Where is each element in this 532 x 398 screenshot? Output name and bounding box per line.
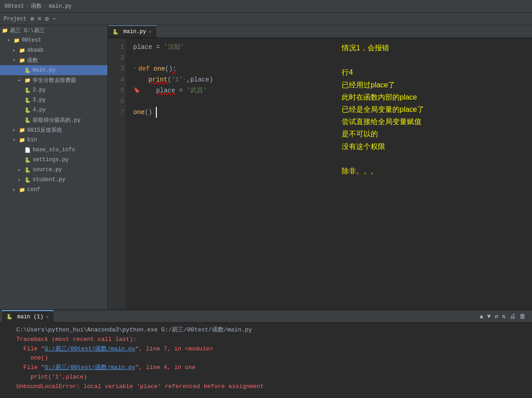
line-number: 5 <box>108 85 124 96</box>
sort-icon[interactable]: ⇅ <box>501 312 507 321</box>
console-link[interactable]: G:/易三/00test/函数/main.py <box>44 345 135 352</box>
sync-icon[interactable]: ⊕ <box>30 15 34 23</box>
scroll-down-icon[interactable]: ▼ <box>486 312 492 321</box>
sidebar-item-label: 00test <box>22 37 41 43</box>
bottom-controls: ▲ ▼ ⇄ ⇅ 🖨 🗑 <box>479 312 530 321</box>
py-icon: 🐍 <box>24 177 31 183</box>
folder-icon: 📁 <box>19 137 25 143</box>
sidebar-item-0815[interactable]: 📁 0815反馈系统 <box>0 125 107 135</box>
sidebar-item-conf[interactable]: 📁 conf <box>0 185 107 195</box>
py-icon: 🐍 <box>24 167 31 173</box>
console-line: Traceback (most recent call last): <box>16 335 527 345</box>
sidebar-item-4py[interactable]: 🐍 4.py <box>0 105 107 115</box>
line-numbers: 1 2 3 4 5 6 7 <box>108 38 126 310</box>
code-line-3: ▾ def one ( ) : <box>133 63 532 74</box>
console-output: C:\Users\python_hui\Anaconda3\python.exe… <box>0 323 532 398</box>
sidebar-item-label: settings.py <box>33 157 68 163</box>
file-icon: 📄 <box>24 147 31 153</box>
list-icon[interactable]: ≡ <box>38 15 41 23</box>
print-icon[interactable]: 🖨 <box>508 312 517 321</box>
settings-icon[interactable]: ⚙ <box>45 15 48 23</box>
sidebar-item-student[interactable]: 🐍 student.py <box>0 175 107 185</box>
console-link[interactable]: G:/易三/00test/函数/main.py <box>44 364 135 371</box>
folder-icon: 📁 <box>2 28 8 34</box>
project-label: Project <box>4 16 26 22</box>
code-editor: 1 2 3 4 5 6 7 place = '汉阳' ▾ <box>108 38 532 310</box>
wrap-icon[interactable]: ⇄ <box>493 312 499 321</box>
line-number: 1 <box>108 42 124 53</box>
breadcrumb-item[interactable]: 函数 <box>31 2 42 10</box>
sidebar-root: 📁 易三 G:\易三 <box>0 25 107 35</box>
arrow-icon <box>13 127 18 133</box>
py-icon: 🐍 <box>24 87 31 93</box>
breadcrumb-item[interactable]: main.py <box>49 3 72 10</box>
folder-icon: 📁 <box>19 187 25 193</box>
console-line: one() <box>16 354 527 363</box>
code-content[interactable]: place = '汉阳' ▾ def one ( ) : <box>126 38 532 310</box>
sidebar-item-bin[interactable]: 📁 bin <box>0 135 107 145</box>
scroll-up-icon[interactable]: ▲ <box>479 312 484 321</box>
line-number: 7 <box>108 107 124 118</box>
sidebar-item-label: 获取得分最高的.py <box>33 116 81 124</box>
folder-icon: 📁 <box>19 48 25 53</box>
sidebar-item-label: main.py <box>33 67 55 73</box>
breadcrumb-sep: › <box>26 3 29 10</box>
arrow-icon <box>13 48 18 53</box>
tab-close-button[interactable]: ✕ <box>46 314 49 320</box>
sidebar-item-00test[interactable]: 📁 00test <box>0 35 107 45</box>
sidebar-item-label: 函数 <box>27 57 38 64</box>
line-number: 4 <box>108 74 124 85</box>
sidebar-item-label: abaab <box>27 47 44 53</box>
arrow-icon <box>18 167 24 173</box>
bottom-tab-bar: 🐍 main (1) ✕ ▲ ▼ ⇄ ⇅ 🖨 🗑 <box>0 310 532 323</box>
sidebar-item-学生分数[interactable]: 📁 学生分数去除费题 <box>0 75 107 85</box>
trash-icon[interactable]: 🗑 <box>518 312 527 321</box>
sidebar-item-base-stu-info[interactable]: 📄 base_stu_info <box>0 145 107 155</box>
py-icon: 🐍 <box>24 67 31 73</box>
sidebar-item-source[interactable]: 🐍 source.py <box>0 165 107 175</box>
editor-area: 🐍 main.py ✕ 1 2 3 4 5 6 7 place = <box>108 25 532 310</box>
code-line-4: print ( '1' ⬝ , place ) <box>133 74 532 85</box>
console-tab[interactable]: 🐍 main (1) ✕ <box>2 310 53 323</box>
sidebar-item-label: 2.py <box>33 87 46 93</box>
sidebar-item-获取[interactable]: 🐍 获取得分最高的.py <box>0 115 107 125</box>
sidebar-item-label: 0815反馈系统 <box>27 126 62 134</box>
annotation-line: 除非。。。 <box>342 165 523 177</box>
console-line: UnboundLocalError: local variable 'place… <box>16 382 527 392</box>
sidebar-item-abaab[interactable]: 📁 abaab <box>0 45 107 55</box>
arrow-icon <box>13 137 18 143</box>
sidebar-item-main-py[interactable]: 🐍 main.py <box>0 65 107 75</box>
py-icon: 🐍 <box>24 117 31 123</box>
annotation-line: 是不可以的 <box>342 128 523 140</box>
annotation-line <box>342 153 523 165</box>
sidebar-item-3py[interactable]: 🐍 3.py <box>0 95 107 105</box>
console-line: C:\Users\python_hui\Anaconda3\python.exe… <box>16 326 527 335</box>
breadcrumb-item[interactable]: 00test <box>5 3 24 10</box>
minimize-icon[interactable]: − <box>53 15 56 23</box>
folder-icon: 📁 <box>19 127 25 133</box>
sidebar-root-label: 易三 G:\易三 <box>10 27 45 34</box>
py-icon: 🐍 <box>24 107 31 113</box>
annotation-line: 没有这个权限 <box>342 140 523 153</box>
sidebar-item-2py[interactable]: 🐍 2.py <box>0 85 107 95</box>
sidebar-item-label: 4.py <box>33 107 46 113</box>
sidebar-item-label: base_stu_info <box>33 147 75 153</box>
line-number: 3 <box>108 63 124 74</box>
arrow-icon <box>7 38 13 43</box>
sidebar: 📁 易三 G:\易三 📁 00test 📁 abaab 📁 函数 🐍 main.… <box>0 25 108 310</box>
text-cursor <box>152 107 157 118</box>
sidebar-item-label: bin <box>27 137 37 143</box>
folder-icon: 📁 <box>14 38 20 43</box>
sidebar-item-函数[interactable]: 📁 函数 <box>0 55 107 65</box>
tab-label: main.py <box>123 29 146 35</box>
folder-icon: 📁 <box>19 58 25 63</box>
tab-close-button[interactable]: ✕ <box>149 29 151 34</box>
code-line-6 <box>133 96 532 107</box>
breadcrumb-bar: 00test › 函数 › main.py <box>0 0 532 13</box>
sidebar-item-label: conf <box>27 187 40 193</box>
py-icon: 🐍 <box>24 157 31 163</box>
sidebar-item-settings[interactable]: 🐍 settings.py <box>0 155 107 165</box>
line-number: 2 <box>108 53 124 63</box>
editor-tab-main-py[interactable]: 🐍 main.py ✕ <box>108 25 157 38</box>
console-content: C:\Users\python_hui\Anaconda3\python.exe… <box>16 326 527 398</box>
